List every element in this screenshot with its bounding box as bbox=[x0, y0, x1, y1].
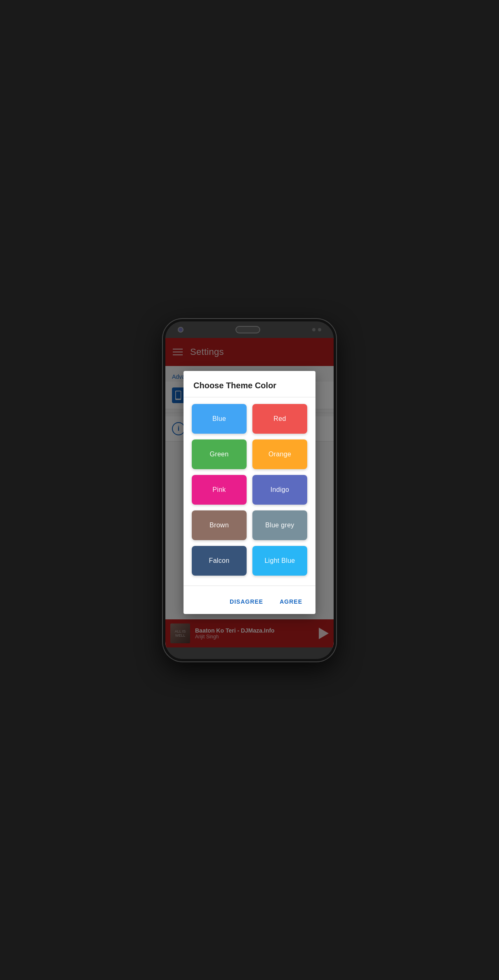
screen: Settings Advanc... k and i bbox=[165, 338, 334, 647]
overlay-backdrop[interactable]: Choose Theme Color BlueRedGreenOrangePin… bbox=[165, 338, 334, 647]
indicator-dots bbox=[312, 328, 321, 331]
phone-frame: Settings Advanc... k and i bbox=[163, 319, 336, 661]
phone-top-bar bbox=[165, 321, 334, 338]
speaker-grille bbox=[235, 326, 260, 333]
dialog-actions: DISAGREE AGREE bbox=[184, 589, 315, 614]
dialog-body: BlueRedGreenOrangePinkIndigoBrownBlue gr… bbox=[184, 397, 315, 582]
color-btn-blue[interactable]: Blue bbox=[192, 404, 247, 434]
color-btn-green[interactable]: Green bbox=[192, 439, 247, 469]
color-btn-blue-grey[interactable]: Blue grey bbox=[252, 510, 307, 540]
color-btn-orange[interactable]: Orange bbox=[252, 439, 307, 469]
color-btn-brown[interactable]: Brown bbox=[192, 510, 247, 540]
dialog-title: Choose Theme Color bbox=[184, 371, 315, 397]
color-btn-indigo[interactable]: Indigo bbox=[252, 475, 307, 505]
disagree-button[interactable]: DISAGREE bbox=[223, 594, 270, 609]
color-btn-falcon[interactable]: Falcon bbox=[192, 546, 247, 576]
phone-bottom-bar bbox=[165, 647, 334, 659]
color-btn-pink[interactable]: Pink bbox=[192, 475, 247, 505]
color-grid: BlueRedGreenOrangePinkIndigoBrownBlue gr… bbox=[192, 404, 307, 576]
color-btn-red[interactable]: Red bbox=[252, 404, 307, 434]
dialog-divider bbox=[184, 586, 315, 586]
color-btn-light-blue[interactable]: Light Blue bbox=[252, 546, 307, 576]
agree-button[interactable]: AGREE bbox=[273, 594, 309, 609]
theme-color-dialog: Choose Theme Color BlueRedGreenOrangePin… bbox=[184, 371, 315, 614]
camera-dot bbox=[178, 327, 184, 333]
